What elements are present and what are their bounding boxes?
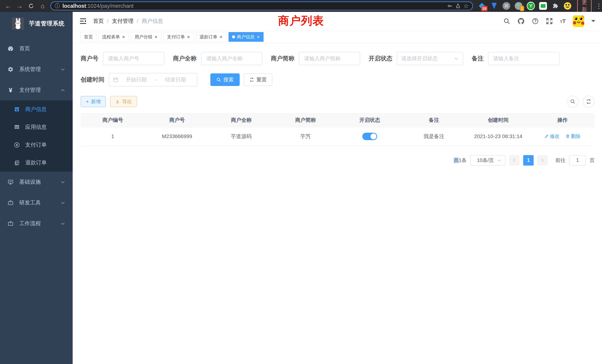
filter-remark: 备注 — [472, 52, 559, 65]
tab-refund-order[interactable]: 退款订单× — [196, 32, 226, 42]
bookmark-star-icon[interactable]: ☆ — [463, 2, 469, 10]
tab-user-group[interactable]: 用户分组× — [131, 32, 161, 42]
chevron-down-icon — [454, 56, 459, 61]
back-icon[interactable]: ← — [3, 1, 13, 11]
page-info-icon[interactable]: ⓘ — [55, 2, 60, 10]
sidebar-item-infra[interactable]: 基础设施 — [0, 172, 73, 192]
tab-process-form[interactable]: 流程表单× — [99, 32, 129, 42]
password-key-icon[interactable] — [447, 3, 453, 9]
dashboard-icon — [7, 46, 14, 52]
extension-command-icon[interactable]: ⌘ — [502, 2, 510, 10]
breadcrumb-home[interactable]: 首页 — [93, 17, 104, 25]
fullscreen-icon[interactable] — [546, 18, 553, 25]
tab-home[interactable]: 首页 — [80, 32, 96, 42]
avatar-caret-icon[interactable] — [591, 20, 595, 24]
chevron-down-icon — [60, 180, 65, 184]
remark-input[interactable] — [488, 52, 559, 65]
col-merchant-id: 商户编号 — [81, 113, 145, 127]
refresh-table-button[interactable] — [583, 96, 595, 107]
sidebar-item-system[interactable]: 系统管理 — [0, 59, 73, 80]
search-button[interactable]: 搜索 — [210, 73, 240, 86]
sidebar-menu: 首页 系统管理 ¥ 支付管理 商户信息 — [0, 38, 73, 234]
breadcrumb-pay[interactable]: 支付管理 — [112, 17, 133, 25]
top-navbar: 首页 / 支付管理 / 商户信息 商户列表 TT — [73, 12, 602, 30]
filter-create-time: 创建时间 开始日期 - 结束日期 — [81, 73, 197, 86]
next-page-button[interactable] — [537, 155, 548, 165]
goto-page-input[interactable] — [569, 155, 586, 165]
pagination: 共1条 10条/页 1 前往 页 — [81, 155, 595, 165]
table-row: 1 M233666999 芋道源码 芋艿 我是备注 2021-10-23 08:… — [81, 127, 595, 146]
sidebar-item-home[interactable]: 首页 — [0, 38, 73, 59]
search-icon — [216, 77, 221, 82]
app-frame: 芋道管理系统 首页 系统管理 ¥ 支付管理 — [0, 12, 602, 364]
reload-icon[interactable] — [26, 1, 36, 11]
pagination-total: 共1条 — [454, 157, 466, 164]
grid-icon — [14, 124, 20, 130]
url-bar[interactable]: ⓘ localhost:1024/pay/merchant ☆ — [50, 1, 473, 10]
col-merchant-no: 商户号 — [145, 113, 209, 127]
extensions-row: 10 ⌘ 1 Y — [478, 2, 572, 10]
page-size-select[interactable]: 10条/页 — [470, 155, 505, 165]
toggle-search-button[interactable] — [567, 96, 579, 107]
plus-icon: + — [86, 99, 89, 104]
chevron-up-icon — [60, 88, 65, 93]
search-icon[interactable] — [503, 18, 510, 25]
home-icon[interactable]: ⌂ — [38, 1, 47, 11]
sidebar-item-refund-order[interactable]: 退款订单 — [0, 154, 73, 172]
extension-badge: 10 — [481, 6, 487, 11]
delete-button[interactable]: 删除 — [566, 133, 581, 139]
browser-menu-icon[interactable]: ⋮ — [596, 2, 602, 10]
chevron-left-icon — [512, 158, 516, 162]
export-button[interactable]: 导出 — [110, 96, 137, 107]
app-logo[interactable]: 芋道管理系统 — [0, 12, 73, 34]
help-icon[interactable] — [532, 18, 539, 25]
short-name-input[interactable] — [299, 52, 360, 65]
status-select[interactable]: 请选择开启状态 — [397, 52, 463, 65]
extension-chat-icon[interactable] — [539, 2, 547, 10]
filter-row-2: 创建时间 开始日期 - 结束日期 搜索 重置 — [81, 73, 595, 86]
page-number-1[interactable]: 1 — [523, 155, 534, 165]
extensions-puzzle-icon[interactable] — [551, 2, 559, 10]
forward-icon[interactable]: → — [15, 1, 24, 11]
status-toggle[interactable] — [362, 133, 377, 140]
sidebar-item-pay[interactable]: ¥ 支付管理 — [0, 80, 73, 100]
sidebar-item-devtools[interactable]: 研发工具 — [0, 192, 73, 213]
date-end-placeholder: 结束日期 — [158, 76, 193, 83]
col-create-time: 创建时间 — [466, 113, 530, 127]
add-button[interactable]: + 新增 — [81, 96, 106, 107]
edit-button[interactable]: 修改 — [544, 133, 559, 139]
sidebar-item-app-info[interactable]: 应用信息 — [0, 118, 73, 136]
extension-gem-icon[interactable] — [490, 2, 498, 10]
prev-page-button[interactable] — [509, 155, 519, 165]
close-icon[interactable]: × — [122, 34, 125, 39]
sidebar-fold-icon[interactable] — [79, 18, 87, 24]
reset-button[interactable]: 重置 — [244, 73, 272, 86]
extension-status-icon[interactable]: 1 — [515, 2, 523, 10]
close-icon[interactable]: × — [257, 34, 260, 39]
font-size-icon[interactable]: TT — [560, 18, 566, 24]
close-icon[interactable]: × — [154, 34, 158, 39]
avatar[interactable] — [573, 15, 584, 27]
date-range-input[interactable]: 开始日期 - 结束日期 — [109, 73, 197, 86]
sidebar-item-workflow[interactable]: 工作流程 — [0, 213, 73, 234]
cell-short-name: 芋艿 — [273, 127, 338, 146]
cell-status — [338, 127, 402, 146]
share-icon[interactable] — [455, 3, 461, 9]
close-icon[interactable]: × — [219, 34, 223, 39]
github-icon[interactable] — [517, 17, 525, 25]
filter-full-name: 商户全称 — [173, 52, 262, 65]
sidebar-item-merchant-info[interactable]: 商户信息 — [0, 100, 73, 118]
tab-pay-order[interactable]: 支付订单× — [163, 32, 194, 42]
col-status: 开启状态 — [338, 113, 402, 127]
tab-merchant-info[interactable]: 商户信息× — [228, 32, 264, 42]
sidebar-item-pay-order[interactable]: 支付订单 — [0, 136, 73, 154]
cell-full-name: 芋道源码 — [209, 127, 273, 146]
url-text: localhost:1024/pay/merchant — [63, 3, 134, 9]
close-icon[interactable]: × — [187, 34, 190, 39]
profile-emoji-icon[interactable] — [563, 2, 572, 10]
merchant-no-input[interactable] — [103, 52, 164, 65]
full-name-input[interactable] — [201, 52, 262, 65]
extension-y-icon[interactable]: Y — [527, 2, 535, 10]
extension-diamond-icon[interactable]: 10 — [478, 2, 486, 10]
yen-circle-icon — [14, 142, 20, 148]
